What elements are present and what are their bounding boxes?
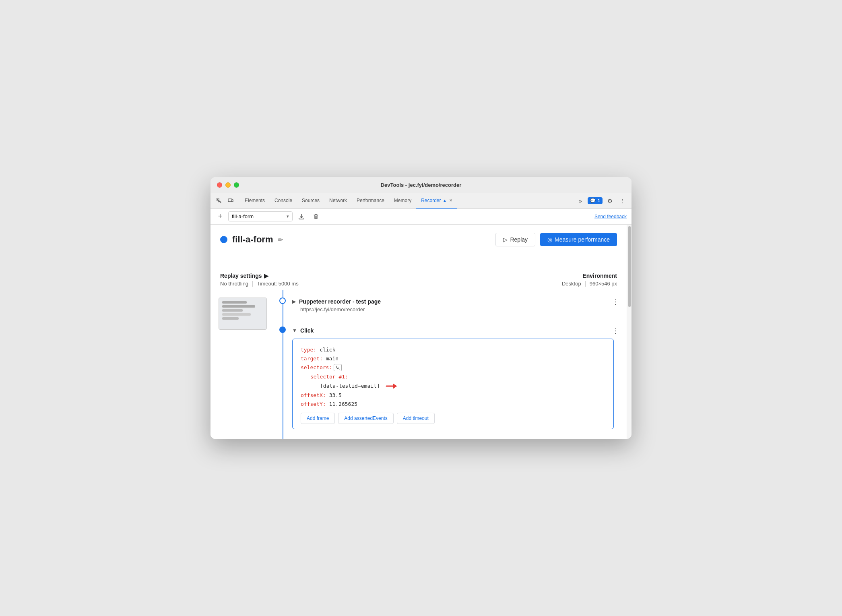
tab-elements[interactable]: Elements <box>240 193 270 209</box>
code-target-line: target: main <box>301 354 605 363</box>
step-1-node-col <box>273 297 292 304</box>
measure-performance-button[interactable]: ◎ Measure performance <box>540 233 617 246</box>
svg-rect-1 <box>228 199 232 202</box>
viewport-value: 960×546 px <box>590 281 617 287</box>
play-icon: ▷ <box>503 236 508 243</box>
export-recording-button[interactable] <box>296 211 307 222</box>
tab-performance[interactable]: Performance <box>352 193 389 209</box>
red-arrow-indicator <box>384 381 398 391</box>
tab-network[interactable]: Network <box>324 193 352 209</box>
inspect-icon[interactable] <box>214 195 225 207</box>
recording-name: fill-a-form <box>232 234 273 245</box>
steps-section: ▶ Puppeteer recorder - test page ⋮ https… <box>210 290 627 439</box>
customize-icon[interactable]: ⋮ <box>617 195 628 207</box>
env-divider <box>585 281 586 287</box>
step-navigate: ▶ Puppeteer recorder - test page ⋮ https… <box>273 290 627 319</box>
traffic-lights <box>217 182 239 188</box>
environment-label: Environment <box>562 273 617 279</box>
target-val: main <box>326 354 338 363</box>
step-1-title: Puppeteer recorder - test page <box>299 298 381 305</box>
step-1-expand-icon[interactable]: ▶ <box>292 299 296 304</box>
step-2-title-row: ▼ Click <box>292 327 314 334</box>
code-actions: Add frame Add assertedEvents Add timeout <box>301 413 605 424</box>
recording-status-dot <box>220 236 227 243</box>
devtools-window: DevTools - jec.fyi/demo/recorder Element… <box>210 177 632 439</box>
selector1-key: selector #1: <box>310 372 348 381</box>
settings-left: Replay settings ▶ No throttling Timeout:… <box>220 273 299 287</box>
device-toggle-icon[interactable] <box>225 195 236 207</box>
timeout-value: Timeout: 5000 ms <box>257 281 299 287</box>
step-1-more-button[interactable]: ⋮ <box>611 297 620 306</box>
add-frame-button[interactable]: Add frame <box>301 413 335 424</box>
thumbnail-area <box>210 290 273 439</box>
window-title: DevTools - jec.fyi/demo/recorder <box>381 182 462 188</box>
thumb-line-3 <box>222 309 243 312</box>
recording-select[interactable]: fill-a-form ▾ <box>228 211 293 221</box>
offsetY-key: offsetY: <box>301 400 326 409</box>
selector-tool-icon <box>334 364 342 371</box>
recording-header-section: fill-a-form ✏ ▷ Replay ◎ Measure perform… <box>210 225 627 266</box>
tab-console[interactable]: Console <box>270 193 297 209</box>
step-2-expand-icon[interactable]: ▼ <box>292 328 297 333</box>
replay-settings-toggle[interactable]: Replay settings ▶ <box>220 273 299 279</box>
main-content-area: fill-a-form ✏ ▷ Replay ◎ Measure perform… <box>210 225 632 439</box>
edit-name-icon[interactable]: ✏ <box>278 236 283 244</box>
settings-details: No throttling Timeout: 5000 ms <box>220 281 299 287</box>
steps-timeline-area: ▶ Puppeteer recorder - test page ⋮ https… <box>273 290 627 439</box>
svg-rect-2 <box>232 200 233 202</box>
selectors-key: selectors: <box>301 363 332 372</box>
step-1-title-row: ▶ Puppeteer recorder - test page <box>292 298 381 305</box>
type-key: type: <box>301 345 316 354</box>
measure-icon: ◎ <box>547 236 552 243</box>
tab-sources[interactable]: Sources <box>297 193 324 209</box>
add-timeout-button[interactable]: Add timeout <box>397 413 435 424</box>
step-thumbnail <box>219 298 267 330</box>
more-tabs-icon[interactable]: » <box>575 195 586 207</box>
recording-header: fill-a-form ✏ ▷ Replay ◎ Measure perform… <box>220 233 617 246</box>
thumb-line-4 <box>222 313 251 316</box>
step-2-title: Click <box>300 327 314 334</box>
offsetX-val: 33.5 <box>329 391 342 400</box>
minimize-button[interactable] <box>225 182 231 188</box>
main-area: fill-a-form ✏ ▷ Replay ◎ Measure perform… <box>210 225 627 439</box>
tab-recorder[interactable]: Recorder ▲ × <box>416 193 457 209</box>
thumbnail-mockup <box>219 298 266 329</box>
step-1-url: https://jec.fyi/demo/recorder <box>292 306 620 312</box>
scrollbar-thumb[interactable] <box>628 226 631 307</box>
recorder-close-icon[interactable]: × <box>449 197 452 203</box>
thumb-line-1 <box>222 301 247 304</box>
chat-badge[interactable]: 💬 1 <box>588 197 603 204</box>
step-2-header: ▼ Click ⋮ <box>292 326 620 335</box>
replay-settings-arrow-icon: ▶ <box>264 273 268 279</box>
add-recording-button[interactable]: + <box>215 212 225 221</box>
step-2-node <box>279 327 286 333</box>
throttling-value: No throttling <box>220 281 248 287</box>
type-val: click <box>320 345 335 354</box>
code-selector1-val-line: [data-testid=email] <box>301 381 605 391</box>
delete-recording-button[interactable] <box>310 211 322 222</box>
step-2-node-col <box>273 326 292 333</box>
settings-icon[interactable]: ⚙ <box>604 195 615 207</box>
thumb-line-5 <box>222 317 239 320</box>
add-asserted-events-button[interactable]: Add assertedEvents <box>338 413 393 424</box>
close-button[interactable] <box>217 182 222 188</box>
tab-right-icons: » 💬 1 ⚙ ⋮ <box>575 195 628 207</box>
maximize-button[interactable] <box>234 182 239 188</box>
tab-memory[interactable]: Memory <box>389 193 416 209</box>
step-2-more-button[interactable]: ⋮ <box>611 326 620 335</box>
environment-section: Environment Desktop 960×546 px <box>562 273 617 287</box>
title-bar: DevTools - jec.fyi/demo/recorder <box>210 177 632 193</box>
recorder-tab-icon: ▲ <box>443 198 447 203</box>
send-feedback-link[interactable]: Send feedback <box>594 214 627 219</box>
scrollbar[interactable] <box>627 225 632 439</box>
click-code-block: type: click target: main <box>292 339 614 429</box>
target-key: target: <box>301 354 323 363</box>
selector1-val: [data-testid=email] <box>320 382 380 391</box>
offsetX-key: offsetX: <box>301 391 326 400</box>
secondary-toolbar: + fill-a-form ▾ Send feedback <box>210 209 632 225</box>
replay-button[interactable]: ▷ Replay <box>495 233 535 246</box>
tab-divider <box>238 197 238 205</box>
step-click: ▼ Click ⋮ type: click <box>273 319 627 439</box>
select-arrow-icon: ▾ <box>287 214 289 219</box>
recording-title-area: fill-a-form ✏ <box>220 234 283 245</box>
